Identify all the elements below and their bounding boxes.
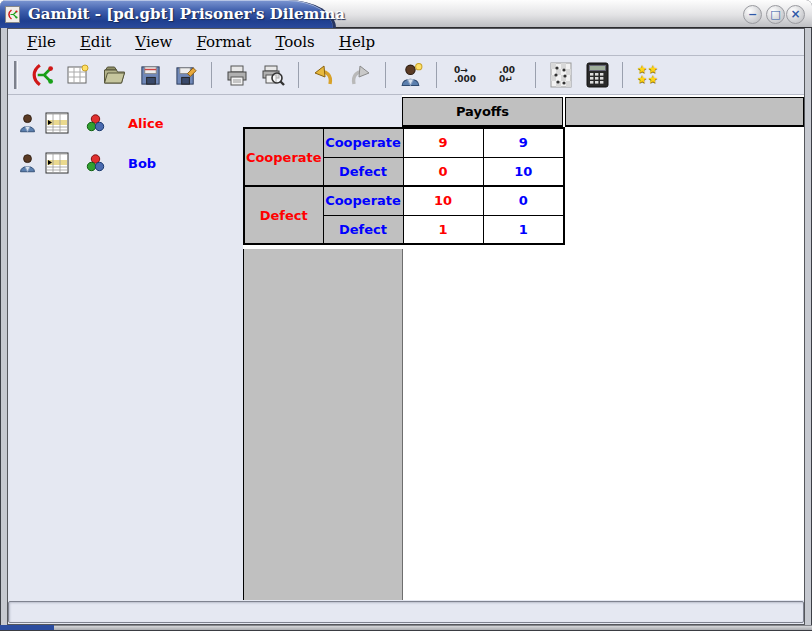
row-header-filler	[243, 249, 403, 600]
player-row-alice: Alice	[8, 103, 243, 143]
save-button[interactable]	[134, 60, 166, 90]
player-row-bob: Bob	[8, 143, 243, 183]
table-row: Cooperate Cooperate 9 9	[244, 128, 564, 157]
status-bar	[8, 601, 804, 623]
toolbar-gripper[interactable]	[14, 61, 18, 89]
player1-properties-button[interactable]	[14, 110, 40, 136]
table-row: Defect Cooperate 10 0	[244, 186, 564, 215]
quantal-response-button[interactable]: ★★★★	[632, 60, 664, 90]
gambit-window: Gambit - [pd.gbt] Prisoner's Dilemma − □…	[0, 0, 812, 631]
decrease-decimals-button[interactable]: .000↵	[488, 60, 526, 90]
player2-color-button[interactable]	[82, 150, 108, 176]
randomize-button[interactable]	[545, 60, 577, 90]
redo-arrow-icon	[348, 63, 372, 87]
gambit-logo-icon	[29, 61, 55, 89]
add-player-icon	[399, 62, 424, 88]
print-button[interactable]	[221, 60, 253, 90]
close-button[interactable]: ×	[786, 5, 805, 24]
increase-decimals-icon: 0→.000	[454, 66, 476, 84]
payoff-table: Cooperate Cooperate 9 9 Defect 0 10 Defe…	[243, 127, 565, 245]
table-corner-blank	[243, 95, 402, 127]
strategy-label-row-cooperate[interactable]: Cooperate	[244, 128, 323, 186]
toolbar-separator	[385, 62, 386, 88]
color-balls-icon	[86, 154, 105, 173]
toolbar: 0→.000 .000↵	[8, 56, 804, 95]
payoff-cell-p2[interactable]: 1	[483, 215, 564, 244]
compute-equilibria-button[interactable]	[581, 60, 613, 90]
toolbar-separator	[622, 62, 623, 88]
client-area: File Edit View Format Tools Help	[7, 28, 805, 625]
add-player-button[interactable]	[395, 60, 427, 90]
gambit-logo-button[interactable]	[26, 60, 58, 90]
strategy-label-col-cooperate[interactable]: Cooperate	[323, 186, 403, 215]
new-table-icon	[66, 63, 90, 87]
payoff-cell-p1[interactable]: 10	[403, 186, 483, 215]
strategy-label-col-cooperate[interactable]: Cooperate	[323, 128, 403, 157]
undo-button[interactable]	[308, 60, 340, 90]
payoff-cell-p1[interactable]: 9	[403, 128, 483, 157]
undo-arrow-icon	[312, 63, 336, 87]
menu-view[interactable]: View	[126, 31, 181, 53]
payoff-cell-p2[interactable]: 9	[483, 128, 564, 157]
statusbar-area	[8, 600, 804, 624]
open-folder-icon	[102, 63, 127, 87]
toolbar-separator	[535, 62, 536, 88]
player2-strategies-button[interactable]	[44, 150, 70, 176]
main-content: Alice	[8, 95, 804, 600]
strategy-sheet-icon	[45, 112, 69, 134]
maximize-button[interactable]: □	[766, 5, 785, 24]
calculator-icon	[586, 62, 609, 88]
print-preview-icon	[261, 63, 285, 87]
color-balls-icon	[86, 114, 105, 133]
window-title: Gambit - [pd.gbt] Prisoner's Dilemma	[28, 5, 345, 23]
toolbar-separator	[436, 62, 437, 88]
save-as-button[interactable]	[170, 60, 202, 90]
strategy-label-col-defect[interactable]: Defect	[323, 157, 403, 186]
menu-format[interactable]: Format	[187, 31, 260, 53]
print-icon	[225, 63, 249, 87]
save-as-icon	[175, 64, 198, 87]
person-icon	[17, 112, 38, 134]
menu-help[interactable]: Help	[330, 31, 384, 53]
game-table-view: Payoffs Cooperate Cooperate 9 9 Defect 0…	[243, 95, 804, 600]
stars-icon: ★★★★	[637, 65, 659, 85]
strategy-label-col-defect[interactable]: Defect	[323, 215, 403, 244]
toolbar-separator	[211, 62, 212, 88]
save-floppy-icon	[139, 64, 162, 87]
players-panel: Alice	[8, 95, 243, 600]
print-preview-button[interactable]	[257, 60, 289, 90]
open-button[interactable]	[98, 60, 130, 90]
gambit-logo-icon	[6, 8, 19, 21]
title-bar[interactable]: Gambit - [pd.gbt] Prisoner's Dilemma − □…	[0, 0, 812, 28]
payoff-cell-p2[interactable]: 0	[483, 186, 564, 215]
minimize-button[interactable]: −	[743, 5, 762, 24]
payoff-cell-p1[interactable]: 0	[403, 157, 483, 186]
player2-name[interactable]: Bob	[128, 156, 156, 171]
player1-name[interactable]: Alice	[128, 116, 164, 131]
payoff-cell-p1[interactable]: 1	[403, 215, 483, 244]
strategy-sheet-icon	[45, 152, 69, 174]
redo-button[interactable]	[344, 60, 376, 90]
increase-decimals-button[interactable]: 0→.000	[446, 60, 484, 90]
strategy-label-row-defect[interactable]: Defect	[244, 186, 323, 244]
menu-file[interactable]: File	[18, 31, 65, 53]
title-tab: Gambit - [pd.gbt] Prisoner's Dilemma	[0, 0, 336, 28]
dice-grid-icon	[550, 62, 572, 88]
person-icon	[17, 152, 38, 174]
payoff-cell-p2[interactable]: 10	[483, 157, 564, 186]
new-game-button[interactable]	[62, 60, 94, 90]
empty-column-header	[565, 97, 804, 127]
menu-bar: File Edit View Format Tools Help	[8, 29, 804, 56]
payoffs-column-header: Payoffs	[402, 97, 563, 127]
player2-properties-button[interactable]	[14, 150, 40, 176]
menu-tools[interactable]: Tools	[266, 31, 323, 53]
player1-strategies-button[interactable]	[44, 110, 70, 136]
player1-color-button[interactable]	[82, 110, 108, 136]
menu-edit[interactable]: Edit	[71, 31, 120, 53]
gambit-app-icon	[5, 6, 20, 23]
decrease-decimals-icon: .000↵	[499, 66, 515, 84]
toolbar-separator	[298, 62, 299, 88]
